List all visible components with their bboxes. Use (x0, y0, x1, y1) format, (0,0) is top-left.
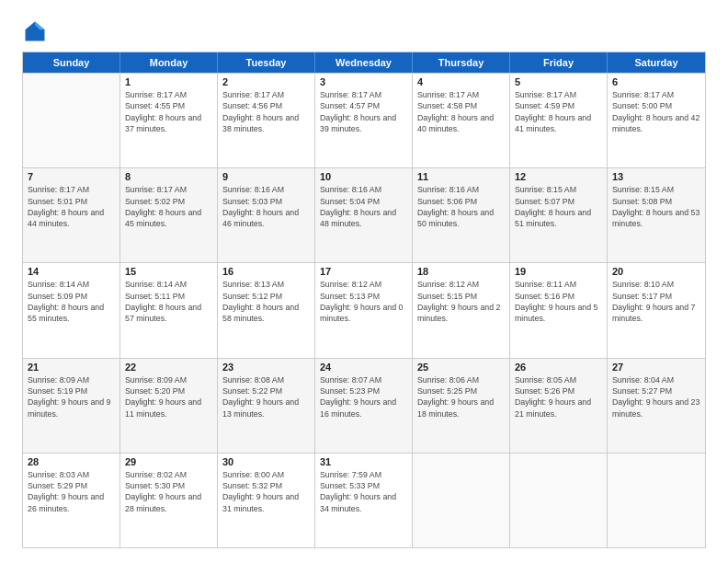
calendar-cell (413, 454, 510, 547)
day-number: 6 (612, 76, 700, 87)
day-info: Sunrise: 8:13 AM Sunset: 5:12 PM Dayligh… (222, 279, 310, 324)
logo (22, 18, 51, 44)
day-info: Sunrise: 8:17 AM Sunset: 4:59 PM Dayligh… (515, 89, 602, 134)
day-number: 3 (320, 76, 407, 87)
day-info: Sunrise: 8:11 AM Sunset: 5:16 PM Dayligh… (515, 279, 602, 324)
calendar-cell: 31Sunrise: 7:59 AM Sunset: 5:33 PM Dayli… (315, 454, 413, 547)
logo-icon (22, 18, 48, 44)
calendar-cell: 18Sunrise: 8:12 AM Sunset: 5:15 PM Dayli… (413, 263, 510, 357)
calendar-cell: 16Sunrise: 8:13 AM Sunset: 5:12 PM Dayli… (218, 263, 315, 357)
calendar-cell: 12Sunrise: 8:15 AM Sunset: 5:07 PM Dayli… (510, 168, 608, 262)
day-number: 9 (222, 171, 310, 182)
calendar-row: 1Sunrise: 8:17 AM Sunset: 4:55 PM Daylig… (23, 73, 705, 167)
calendar-cell (510, 454, 608, 547)
calendar-cell: 11Sunrise: 8:16 AM Sunset: 5:06 PM Dayli… (413, 168, 510, 262)
day-info: Sunrise: 8:08 AM Sunset: 5:22 PM Dayligh… (222, 374, 310, 419)
day-number: 28 (28, 456, 115, 467)
calendar-cell: 1Sunrise: 8:17 AM Sunset: 4:55 PM Daylig… (120, 74, 218, 167)
day-info: Sunrise: 8:17 AM Sunset: 5:00 PM Dayligh… (612, 89, 700, 134)
day-number: 1 (125, 76, 212, 87)
day-number: 8 (125, 171, 212, 182)
day-number: 19 (515, 266, 602, 277)
day-number: 21 (28, 362, 115, 373)
day-number: 14 (28, 266, 115, 277)
calendar-cell: 4Sunrise: 8:17 AM Sunset: 4:58 PM Daylig… (413, 74, 510, 167)
day-number: 5 (515, 76, 602, 87)
day-info: Sunrise: 8:04 AM Sunset: 5:27 PM Dayligh… (612, 374, 700, 419)
calendar-cell: 29Sunrise: 8:02 AM Sunset: 5:30 PM Dayli… (120, 454, 218, 547)
calendar-row: 21Sunrise: 8:09 AM Sunset: 5:19 PM Dayli… (23, 358, 705, 453)
calendar-cell: 27Sunrise: 8:04 AM Sunset: 5:27 PM Dayli… (608, 359, 705, 453)
calendar-header: SundayMondayTuesdayWednesdayThursdayFrid… (23, 52, 705, 73)
day-number: 25 (417, 362, 505, 373)
calendar: SundayMondayTuesdayWednesdayThursdayFrid… (22, 52, 706, 548)
calendar-cell: 8Sunrise: 8:17 AM Sunset: 5:02 PM Daylig… (120, 168, 218, 262)
calendar-header-cell: Friday (510, 52, 608, 73)
day-number: 20 (612, 266, 700, 277)
day-info: Sunrise: 8:05 AM Sunset: 5:26 PM Dayligh… (515, 374, 602, 419)
calendar-cell: 22Sunrise: 8:09 AM Sunset: 5:20 PM Dayli… (120, 359, 218, 453)
calendar-cell (608, 454, 705, 547)
day-info: Sunrise: 8:17 AM Sunset: 5:02 PM Dayligh… (125, 184, 212, 229)
calendar-row: 14Sunrise: 8:14 AM Sunset: 5:09 PM Dayli… (23, 262, 705, 357)
day-info: Sunrise: 8:06 AM Sunset: 5:25 PM Dayligh… (417, 374, 505, 419)
day-info: Sunrise: 8:16 AM Sunset: 5:03 PM Dayligh… (222, 184, 310, 229)
calendar-cell: 19Sunrise: 8:11 AM Sunset: 5:16 PM Dayli… (510, 263, 608, 357)
day-info: Sunrise: 8:17 AM Sunset: 5:01 PM Dayligh… (28, 184, 115, 229)
calendar-cell: 5Sunrise: 8:17 AM Sunset: 4:59 PM Daylig… (510, 74, 608, 167)
day-info: Sunrise: 8:12 AM Sunset: 5:13 PM Dayligh… (320, 279, 407, 324)
calendar-cell: 13Sunrise: 8:15 AM Sunset: 5:08 PM Dayli… (608, 168, 705, 262)
day-info: Sunrise: 8:16 AM Sunset: 5:04 PM Dayligh… (320, 184, 407, 229)
day-info: Sunrise: 8:10 AM Sunset: 5:17 PM Dayligh… (612, 279, 700, 324)
calendar-cell: 14Sunrise: 8:14 AM Sunset: 5:09 PM Dayli… (23, 263, 120, 357)
header (22, 18, 706, 44)
day-number: 18 (417, 266, 505, 277)
day-number: 26 (515, 362, 602, 373)
day-number: 11 (417, 171, 505, 182)
calendar-row: 28Sunrise: 8:03 AM Sunset: 5:29 PM Dayli… (23, 453, 705, 547)
day-number: 2 (222, 76, 310, 87)
day-info: Sunrise: 8:17 AM Sunset: 4:57 PM Dayligh… (320, 89, 407, 134)
day-info: Sunrise: 8:02 AM Sunset: 5:30 PM Dayligh… (125, 469, 212, 514)
calendar-cell: 20Sunrise: 8:10 AM Sunset: 5:17 PM Dayli… (608, 263, 705, 357)
day-info: Sunrise: 8:17 AM Sunset: 4:56 PM Dayligh… (222, 89, 310, 134)
day-number: 29 (125, 456, 212, 467)
day-info: Sunrise: 8:17 AM Sunset: 4:55 PM Dayligh… (125, 89, 212, 134)
day-info: Sunrise: 8:14 AM Sunset: 5:09 PM Dayligh… (28, 279, 115, 324)
day-number: 30 (222, 456, 310, 467)
calendar-cell: 9Sunrise: 8:16 AM Sunset: 5:03 PM Daylig… (218, 168, 315, 262)
day-info: Sunrise: 8:03 AM Sunset: 5:29 PM Dayligh… (28, 469, 115, 514)
day-info: Sunrise: 7:59 AM Sunset: 5:33 PM Dayligh… (320, 469, 407, 514)
day-number: 13 (612, 171, 700, 182)
day-number: 7 (28, 171, 115, 182)
day-number: 24 (320, 362, 407, 373)
day-number: 12 (515, 171, 602, 182)
day-number: 23 (222, 362, 310, 373)
calendar-row: 7Sunrise: 8:17 AM Sunset: 5:01 PM Daylig… (23, 167, 705, 262)
calendar-header-cell: Saturday (608, 52, 705, 73)
calendar-cell: 28Sunrise: 8:03 AM Sunset: 5:29 PM Dayli… (23, 454, 120, 547)
calendar-cell: 15Sunrise: 8:14 AM Sunset: 5:11 PM Dayli… (120, 263, 218, 357)
calendar-cell: 30Sunrise: 8:00 AM Sunset: 5:32 PM Dayli… (218, 454, 315, 547)
day-number: 10 (320, 171, 407, 182)
day-info: Sunrise: 8:14 AM Sunset: 5:11 PM Dayligh… (125, 279, 212, 324)
day-info: Sunrise: 8:12 AM Sunset: 5:15 PM Dayligh… (417, 279, 505, 324)
calendar-cell: 2Sunrise: 8:17 AM Sunset: 4:56 PM Daylig… (218, 74, 315, 167)
calendar-cell: 3Sunrise: 8:17 AM Sunset: 4:57 PM Daylig… (315, 74, 413, 167)
calendar-header-cell: Sunday (23, 52, 120, 73)
calendar-header-cell: Wednesday (315, 52, 413, 73)
day-number: 27 (612, 362, 700, 373)
calendar-cell: 24Sunrise: 8:07 AM Sunset: 5:23 PM Dayli… (315, 359, 413, 453)
day-info: Sunrise: 8:09 AM Sunset: 5:20 PM Dayligh… (125, 374, 212, 419)
day-info: Sunrise: 8:00 AM Sunset: 5:32 PM Dayligh… (222, 469, 310, 514)
calendar-cell: 17Sunrise: 8:12 AM Sunset: 5:13 PM Dayli… (315, 263, 413, 357)
day-number: 16 (222, 266, 310, 277)
day-info: Sunrise: 8:15 AM Sunset: 5:07 PM Dayligh… (515, 184, 602, 229)
day-number: 4 (417, 76, 505, 87)
day-number: 22 (125, 362, 212, 373)
calendar-header-cell: Thursday (413, 52, 510, 73)
day-info: Sunrise: 8:15 AM Sunset: 5:08 PM Dayligh… (612, 184, 700, 229)
day-number: 15 (125, 266, 212, 277)
calendar-cell: 25Sunrise: 8:06 AM Sunset: 5:25 PM Dayli… (413, 359, 510, 453)
calendar-body: 1Sunrise: 8:17 AM Sunset: 4:55 PM Daylig… (23, 73, 705, 547)
